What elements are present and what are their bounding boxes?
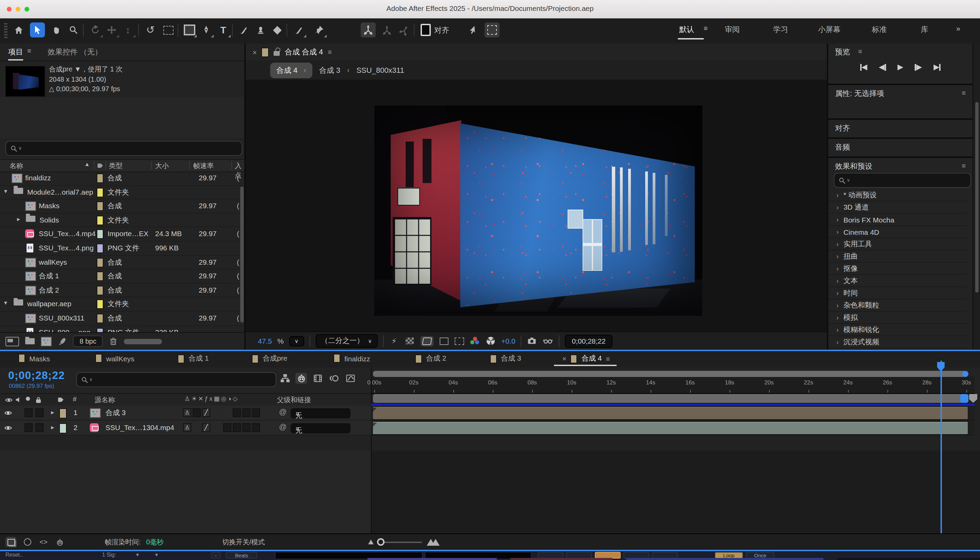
previous-frame-button[interactable]: ◀	[879, 63, 886, 72]
expander-icon[interactable]: ▸	[17, 216, 20, 223]
label-swatch[interactable]	[97, 286, 103, 295]
current-timecode[interactable]: 0;00;28;22	[8, 370, 65, 382]
project-row[interactable]: SSU_Tex…4.png PNG 文件 996 KB	[0, 242, 244, 255]
tab-project[interactable]: 项目	[8, 47, 23, 57]
layer-label-swatch[interactable]	[59, 408, 67, 418]
zoom-tool[interactable]	[66, 22, 81, 37]
parent-pickwhip-icon[interactable]: @	[279, 423, 287, 431]
effects-toggle[interactable]	[233, 408, 241, 417]
toolbar-grip[interactable]	[4, 23, 7, 39]
playhead-line[interactable]	[940, 361, 942, 534]
workspace-tab-review[interactable]: 审阅	[725, 25, 740, 35]
bg-loop-button[interactable]: Loop	[715, 552, 743, 558]
color-depth-button[interactable]: 8 bpc	[73, 335, 103, 347]
effect-category[interactable]: ›实用工具	[828, 238, 967, 250]
pen-tool[interactable]	[199, 22, 214, 37]
resolution-dropdown[interactable]: （二分之一）∨	[315, 334, 377, 348]
breadcrumb-comp4[interactable]: 合成 4 ‹	[270, 62, 312, 78]
close-tab-icon[interactable]: ×	[562, 355, 567, 363]
effect-category[interactable]: ›文本	[828, 275, 967, 287]
dolly-camera-tool[interactable]: ↕	[120, 22, 135, 37]
label-swatch[interactable]	[97, 328, 103, 332]
exposure-icon[interactable]	[485, 337, 496, 345]
hand-tool[interactable]	[49, 22, 64, 37]
bg-button[interactable]	[538, 552, 563, 558]
parent-dropdown[interactable]: 无∨	[291, 408, 350, 418]
project-row[interactable]: SSU_800x311 合成 29.97 (	[0, 312, 244, 326]
fast-preview-icon[interactable]: ⚡	[389, 337, 399, 345]
project-row[interactable]: Masks 合成 29.97 (	[0, 199, 244, 213]
layer-source-name[interactable]: 合成 3	[105, 408, 126, 418]
timeline-tab-comp2[interactable]: 合成 2	[415, 354, 447, 363]
breadcrumb-ssu[interactable]: SSU_800x311	[356, 66, 404, 74]
effects-toggle[interactable]	[223, 423, 232, 432]
project-horizontal-scrollbar[interactable]	[124, 338, 162, 344]
breadcrumb-comp3[interactable]: 合成 3	[319, 65, 340, 75]
bg-orange-button[interactable]	[595, 552, 621, 558]
preview-menu-icon[interactable]: ≡	[858, 48, 862, 55]
layer-visibility-eye[interactable]	[4, 409, 12, 417]
effect-category[interactable]: ›抠像	[828, 263, 967, 275]
effect-category[interactable]: ›Boris FX Mocha	[828, 214, 967, 226]
align-panel[interactable]: 对齐	[828, 120, 973, 139]
audio-panel[interactable]: 音频	[828, 139, 973, 158]
mask-feather-icon[interactable]	[485, 22, 500, 37]
project-settings-icon[interactable]	[58, 337, 67, 346]
last-frame-button[interactable]: ▶	[933, 63, 940, 72]
graph-editor-icon[interactable]	[344, 373, 356, 384]
label-swatch[interactable]	[97, 202, 103, 211]
audio-toggle[interactable]	[25, 408, 33, 417]
interpret-footage-icon[interactable]	[5, 337, 19, 346]
adjustment-toggle[interactable]	[252, 423, 260, 432]
expand-inout-icon[interactable]: <>	[38, 537, 49, 547]
view-axis-mode-button[interactable]	[397, 22, 412, 37]
label-swatch[interactable]	[97, 258, 103, 267]
play-button[interactable]: ▶	[898, 63, 903, 72]
home-button[interactable]	[11, 22, 26, 37]
frame-blend-toggle[interactable]	[233, 423, 241, 432]
orbit-camera-tool[interactable]	[88, 22, 103, 37]
label-swatch[interactable]	[97, 173, 103, 183]
workspace-tab-library[interactable]: 库	[921, 25, 928, 35]
effect-category[interactable]: ›时间	[828, 287, 967, 299]
project-row[interactable]: ▸ Solids 文件夹	[0, 214, 244, 228]
roto-brush-tool[interactable]	[291, 22, 306, 37]
project-row[interactable]: 合成 2 合成 29.97 (	[0, 284, 244, 298]
timeline-tab-comppre[interactable]: 合成pre	[252, 354, 287, 363]
rectangle-tool[interactable]	[182, 22, 197, 37]
new-folder-icon[interactable]	[25, 338, 35, 344]
quality-toggle[interactable]: ╱	[202, 423, 210, 432]
right-panel-scrollbar[interactable]	[975, 102, 978, 293]
layer-expander[interactable]: ▸	[51, 424, 54, 431]
workspace-tab-learn[interactable]: 学习	[773, 25, 788, 35]
expand-transfer-controls-icon[interactable]	[22, 537, 33, 547]
guides-options-icon[interactable]	[454, 337, 465, 345]
tab-effect-controls[interactable]: 效果控件 （无）	[48, 47, 102, 57]
zoom-track[interactable]	[378, 541, 422, 543]
work-area-bar[interactable]	[373, 394, 967, 403]
collapse-toggle[interactable]	[193, 408, 201, 417]
close-tab-icon[interactable]: ×	[252, 48, 257, 56]
label-swatch[interactable]	[97, 272, 103, 281]
eraser-tool[interactable]	[270, 22, 285, 37]
label-swatch[interactable]	[97, 243, 103, 253]
effect-category[interactable]: ›Cinema 4D	[828, 226, 967, 238]
timeline-tab-comp3[interactable]: 合成 3	[490, 354, 521, 363]
tab-menu-icon[interactable]: ≡	[606, 355, 610, 362]
zoom-level-value[interactable]: 47.5	[258, 337, 272, 345]
frame-blending-icon[interactable]	[312, 373, 323, 384]
brush-tool[interactable]	[236, 22, 251, 37]
column-source-name[interactable]: 源名称	[95, 395, 115, 405]
project-row[interactable]: 合成 1 合成 29.97 (	[0, 270, 244, 283]
effect-category[interactable]: ›沉浸式视频	[828, 336, 967, 348]
project-row[interactable]: SSU_800….png PNG 文件 238 KB	[0, 326, 244, 332]
bg-beats-button[interactable]: Beats	[226, 552, 257, 558]
effects-search-input[interactable]: ∨	[834, 173, 971, 188]
effect-category[interactable]: ›模拟	[828, 312, 967, 324]
new-composition-icon[interactable]	[41, 337, 52, 346]
expander-icon[interactable]: ▾	[4, 300, 7, 307]
workspace-menu-icon[interactable]: ≡	[704, 25, 708, 32]
effects-menu-icon[interactable]: ≡	[962, 162, 966, 170]
draft-3d-icon[interactable]	[295, 373, 307, 384]
workspace-tab-standard[interactable]: 标准	[872, 25, 887, 35]
